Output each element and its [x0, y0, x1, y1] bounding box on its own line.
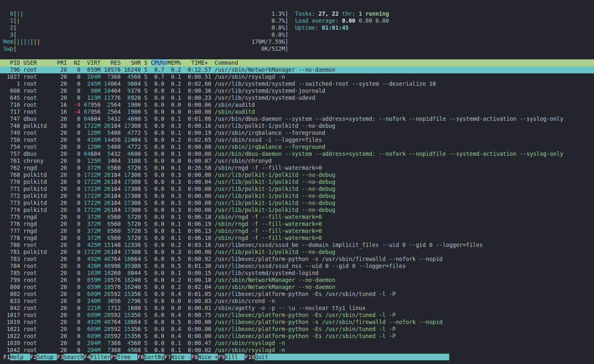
- process-row-800[interactable]: 800 root 20 0 659M 18576 16240 S 0.0 0.2…: [0, 284, 594, 291]
- text: [101, 171, 104, 178]
- mem-percent-cell: 0.1: [167, 340, 181, 346]
- column-header-user[interactable]: USER: [24, 59, 54, 66]
- column-header-res[interactable]: RES: [104, 59, 121, 66]
- text: [181, 115, 184, 122]
- process-row-1042[interactable]: 1042 root 20 0 204M 7368 4568 S 0.0 0.1 …: [0, 347, 594, 354]
- cpu-percent-cell: 0.0: [151, 207, 165, 213]
- cpu-percent-cell: 0.0: [151, 122, 165, 129]
- text: [67, 143, 70, 150]
- stat-load-average-2: 0.00 0.00: [359, 17, 389, 24]
- column-header-mem[interactable]: MEM%: [167, 59, 181, 66]
- column-header-s[interactable]: S: [144, 59, 147, 66]
- text: [148, 171, 151, 178]
- mem-percent-cell: 0.1: [167, 94, 181, 101]
- process-row-1[interactable]: 1 root 20 0 245M 14064 9604 S 0.0 0.2 0:…: [0, 80, 594, 87]
- process-row-780[interactable]: 780 root 20 0 425M 15148 12336 S 0.0 0.2…: [0, 242, 594, 249]
- process-row-785[interactable]: 785 root 20 0 103M 10260 8044 S 0.0 0.1 …: [0, 270, 594, 277]
- process-row-1022[interactable]: 1022 root 20 0 609M 28592 15356 S 0.0 0.…: [0, 333, 594, 340]
- text: [80, 270, 84, 276]
- text: [121, 122, 124, 129]
- command-cell: /sbin/rngd -f --fill-watermark=0: [214, 164, 322, 171]
- column-header-shr[interactable]: SHR: [124, 59, 141, 66]
- process-row-802[interactable]: 802 root 20 0 609M 28592 15356 S 0.0 0.4…: [0, 291, 594, 298]
- process-row-778[interactable]: 778 rngd 20 0 372M 6560 5720 S 0.0 0.1 0…: [0, 235, 594, 242]
- column-header-time[interactable]: TIME+: [184, 59, 211, 66]
- process-row-608[interactable]: 608 root 20 0 98M 10404 9376 S 0.0 0.1 0…: [0, 87, 594, 94]
- res-cell: 564: [111, 101, 120, 108]
- process-row-1019[interactable]: 1019 root 20 0 492M 40764 18664 S 0.0 0.…: [0, 319, 594, 326]
- text: [54, 66, 57, 73]
- text: [181, 277, 184, 283]
- process-row-762[interactable]: 762 rngd 20 0 372M 6560 5720 S 0.0 0.1 0…: [0, 164, 594, 171]
- process-row-716[interactable]: 716 root 16 -4 67956 2564 1900 S 0.0 0.0…: [0, 101, 594, 108]
- fkey-f9[interactable]: F9Kill: [218, 354, 245, 360]
- process-row-770[interactable]: 770 polkitd 20 0 1722M 26184 17308 S 0.0…: [0, 178, 594, 186]
- priority-cell: 20: [57, 207, 67, 213]
- nice-cell: 0: [71, 242, 80, 248]
- process-row-842[interactable]: 842 root 20 0 221M 1712 1600 S 0.0 0.0 0…: [0, 305, 594, 312]
- process-row-783[interactable]: 783 root 20 0 492M 40764 18664 S 0.0 0.5…: [0, 256, 594, 263]
- process-row-833[interactable]: 833 root 20 0 240M 3656 2796 S 0.0 0.0 0…: [0, 298, 594, 305]
- process-row-781[interactable]: 781 polkitd 20 0 1722M 26184 17308 S 0.0…: [0, 249, 594, 256]
- fkey-f10[interactable]: F10Quit: [245, 354, 449, 360]
- pid-cell: 778: [3, 235, 20, 241]
- process-row-784[interactable]: 784 root 20 0 426M 40996 39308 S 0.0 0.5…: [0, 263, 594, 270]
- fkey-f7[interactable]: F7Nice -: [164, 354, 191, 360]
- process-row-773[interactable]: 773 polkitd 20 0 1722M 26184 17308 S 0.0…: [0, 200, 594, 207]
- command-cell: /usr/libexec/sssd/sssd_nss --uid 0 --gid…: [214, 263, 405, 269]
- mem-percent-cell: 0.1: [167, 87, 181, 94]
- fkey-f2[interactable]: F2Setup: [30, 354, 57, 360]
- fkey-f5[interactable]: F5Tree: [111, 354, 137, 360]
- fkey-f3[interactable]: F3Search: [57, 354, 84, 360]
- process-row-717[interactable]: 717 root 16 -4 67956 2564 1900 S 0.0 0.0…: [0, 108, 594, 115]
- process-row-1039[interactable]: 1039 root 20 0 204M 7368 4568 S 0.0 0.1 …: [0, 340, 594, 347]
- process-row-796[interactable]: 796 root 20 0 659M 18576 16240 S 0.7 0.2…: [0, 66, 594, 73]
- fkey-f1[interactable]: F1Help: [3, 354, 30, 360]
- process-row-645[interactable]: 645 root 20 0 123M 11776 8928 S 0.0 0.1 …: [0, 94, 594, 101]
- process-row-768[interactable]: 768 polkitd 20 0 1722M 26184 17308 S 0.0…: [0, 171, 594, 178]
- state-cell: S: [144, 171, 148, 178]
- column-header-ni[interactable]: NI: [71, 59, 80, 66]
- text: [80, 305, 84, 311]
- process-row-1027[interactable]: 1027 root 20 0 204M 7368 4568 S 0.7 0.1 …: [0, 73, 594, 80]
- process-row-776[interactable]: 776 rngd 20 0 372M 6560 5720 S 0.0 0.1 0…: [0, 221, 594, 228]
- text: [148, 143, 151, 150]
- process-row-775[interactable]: 775 rngd 20 0 372M 6560 5720 S 0.0 0.1 0…: [0, 214, 594, 221]
- user-cell: polkitd: [24, 193, 54, 199]
- process-row-1021[interactable]: 1021 root 20 0 609M 28592 15356 S 0.0 0.…: [0, 326, 594, 333]
- process-row-1017[interactable]: 1017 root 20 0 609M 28592 15356 S 0.0 0.…: [0, 312, 594, 319]
- nice-cell: 0: [71, 326, 80, 332]
- process-row-761[interactable]: 761 chrony 20 0 125M 3464 3108 S 0.0 0.0…: [0, 157, 594, 164]
- process-row-771[interactable]: 771 polkitd 20 0 1722M 26184 17308 S 0.0…: [0, 186, 594, 193]
- text: [121, 115, 124, 122]
- column-header-cpu[interactable]: CPU%: [151, 59, 165, 66]
- process-row-749[interactable]: 749 root 20 0 120M 5408 4772 S 0.0 0.1 0…: [0, 129, 594, 136]
- column-header-cmd[interactable]: Command: [214, 59, 238, 66]
- res-cell: 368: [111, 73, 120, 80]
- column-header-pri[interactable]: PRI: [57, 59, 67, 66]
- process-row-777[interactable]: 777 rngd 20 0 372M 6560 5720 S 0.0 0.1 0…: [0, 228, 594, 235]
- column-header-virt[interactable]: VIRT: [84, 59, 101, 66]
- fkey-f6[interactable]: F6SortBy: [137, 354, 164, 360]
- text: [141, 171, 144, 178]
- process-row-747[interactable]: 747 dbus 20 0 64604 5432 4600 S 0.0 0.1 …: [0, 115, 594, 122]
- process-row-748[interactable]: 748 polkitd 20 0 1722M 26184 17308 S 0.0…: [0, 122, 594, 129]
- process-row-799[interactable]: 799 root 20 0 659M 18576 16240 S 0.0 0.2…: [0, 277, 594, 284]
- process-row-774[interactable]: 774 polkitd 20 0 1722M 26184 17308 S 0.0…: [0, 207, 594, 214]
- fkey-f4[interactable]: F4Filter: [84, 354, 111, 360]
- virt-cell: 67: [84, 108, 90, 115]
- res-cell: 11: [104, 94, 111, 101]
- process-row-772[interactable]: 772 polkitd 20 0 1722M 26184 17308 S 0.0…: [0, 193, 594, 200]
- text: [54, 221, 57, 227]
- fkey-f3-key: F3: [57, 354, 64, 360]
- mem-percent-cell: 0.3: [167, 249, 181, 255]
- process-row-754[interactable]: 754 root 20 0 120M 5408 4772 S 0.0 0.1 0…: [0, 143, 594, 150]
- text: [54, 178, 57, 185]
- pid-cell: 802: [3, 291, 20, 297]
- text: [121, 94, 124, 101]
- fkey-f8[interactable]: F8Nice +: [191, 354, 218, 360]
- process-row-757[interactable]: 757 dbus 20 0 64604 5432 4600 S 0.0 0.1 …: [0, 150, 594, 157]
- shr-cell: 12: [124, 136, 131, 143]
- column-header-pid[interactable]: PID: [3, 59, 20, 66]
- process-row-750[interactable]: 750 root 20 0 416M 14456 12404 S 0.0 0.2…: [0, 136, 594, 143]
